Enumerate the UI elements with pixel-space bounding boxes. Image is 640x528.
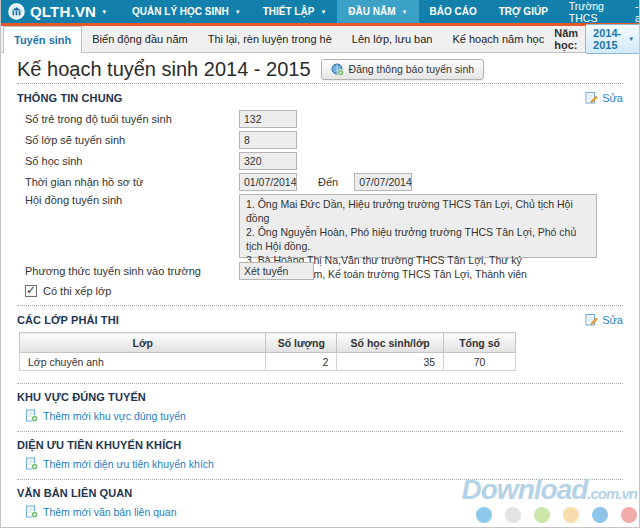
top-navbar: QLTH.VN ▼ QUẢN LÝ HỌC SINH ▼ THIẾT LẬP ▼… — [1, 0, 639, 26]
nav-item-dau-nam[interactable]: ĐẦU NĂM ▼ — [337, 0, 418, 23]
chevron-down-icon: ▼ — [628, 36, 634, 42]
school-name[interactable]: Trường THCS — [559, 0, 626, 24]
nav-item-label: QUẢN LÝ HỌC SINH — [132, 6, 229, 17]
tab-ke-hoach-nam-hoc[interactable]: Kế hoạch năm học — [442, 26, 554, 52]
exam-classes-table: Lớp Số lượng Số học sinh/lớp Tổng số Lớp… — [19, 332, 516, 371]
add-link-label: Thêm mới văn bản liên quan — [43, 506, 177, 518]
table-row: Lớp chuyên anh 2 35 70 — [20, 353, 516, 371]
nav-item-bao-cao[interactable]: BÁO CÁO — [419, 0, 488, 23]
section-title-general-info: THÔNG TIN CHUNG — [17, 92, 122, 104]
column-header-students-per-class: Số học sinh/lớp — [337, 333, 444, 353]
period-label: Thời gian nhận hồ sơ từ — [25, 176, 239, 188]
chevron-down-icon: ▼ — [320, 9, 326, 15]
section-title-documents: VĂN BẢN LIÊN QUAN — [17, 487, 132, 499]
logo-text: QLTH.VN — [30, 3, 96, 20]
placement-exam-checkbox[interactable] — [25, 285, 37, 297]
add-document-link[interactable]: Thêm mới văn bản liên quan — [25, 505, 623, 518]
council-label: Hội đồng tuyển sinh — [25, 194, 239, 206]
edit-exam-classes-link[interactable]: Sửa — [585, 313, 623, 326]
page-title: Kế hoạch tuyển sinh 2014 - 2015 — [17, 57, 311, 81]
method-label: Phương thức tuyển sinh vào trường — [25, 265, 239, 277]
chevron-down-icon: ▼ — [235, 9, 241, 15]
students-count-input[interactable]: 320 — [239, 152, 297, 170]
publish-button-label: Đăng thông báo tuyển sinh — [349, 63, 475, 75]
publish-announcement-button[interactable]: Đăng thông báo tuyển sinh — [321, 59, 485, 80]
column-header-total: Tổng số — [444, 333, 516, 353]
section-title-admission-zone: KHU VỰC ĐÚNG TUYẾN — [17, 391, 146, 403]
school-year-value: 2014-2015 — [593, 27, 621, 51]
classes-count-label: Số lớp sẽ tuyển sinh — [25, 134, 239, 146]
school-year-picker: Năm học: 2014-2015 ▼ — [554, 26, 640, 52]
classes-count-input[interactable]: 8 — [239, 131, 297, 149]
add-document-icon — [25, 505, 38, 518]
app-logo[interactable]: QLTH.VN ▼ — [1, 0, 121, 23]
tab-thi-lai-ren-luyen[interactable]: Thi lại, rèn luyện trong hè — [198, 26, 342, 52]
students-count-label: Số học sinh — [25, 155, 239, 167]
placement-exam-checkbox-row[interactable]: Có thi xếp lớp — [25, 285, 623, 297]
tab-bar: Tuyển sinh Biến động đầu năm Thi lại, rè… — [1, 26, 639, 53]
nav-item-label: TRỢ GIÚP — [499, 6, 548, 17]
cell-class-name: Lớp chuyên anh — [20, 353, 266, 371]
app-window: QLTH.VN ▼ QUẢN LÝ HỌC SINH ▼ THIẾT LẬP ▼… — [0, 0, 640, 528]
divider — [17, 479, 623, 480]
age-label: Số trẻ trong độ tuổi tuyển sinh — [25, 113, 239, 125]
edit-pencil-icon — [585, 313, 598, 326]
logo-caret-icon: ▼ — [101, 9, 107, 15]
cell-total: 70 — [444, 353, 516, 371]
nav-item-label: BÁO CÁO — [430, 6, 477, 17]
divider — [17, 305, 623, 306]
nav-item-quan-ly-hoc-sinh[interactable]: QUẢN LÝ HỌC SINH ▼ — [121, 0, 252, 23]
table-header-row: Lớp Số lượng Số học sinh/lớp Tổng số — [20, 333, 516, 353]
period-from-input[interactable]: 01/07/2014 — [239, 173, 297, 191]
nav-item-label: ĐẦU NĂM — [348, 6, 395, 17]
nav-item-thiet-lap[interactable]: THIẾT LẬP ▼ — [252, 0, 338, 23]
add-document-icon — [25, 457, 38, 470]
divider — [17, 83, 623, 84]
placement-exam-checkbox-label: Có thi xếp lớp — [43, 285, 111, 297]
section-title-exam-classes: CÁC LỚP PHẢI THI — [17, 314, 119, 326]
nav-item-label: THIẾT LẬP — [263, 6, 315, 17]
divider — [17, 383, 623, 384]
qlth-logo-icon — [8, 3, 25, 20]
cell-quantity: 2 — [266, 353, 337, 371]
edit-general-info-link[interactable]: Sửa — [585, 91, 623, 104]
period-to-label: Đến — [318, 176, 338, 188]
chevron-down-icon: ▼ — [402, 9, 408, 15]
cell-students-per-class: 35 — [337, 353, 444, 371]
school-year-dropdown[interactable]: 2014-2015 ▼ — [585, 24, 640, 54]
nav-item-tro-giup[interactable]: TRỢ GIÚP — [488, 0, 559, 23]
council-textarea[interactable]: 1. Ông Mai Đức Dần, Hiệu trưởng trường T… — [239, 194, 597, 258]
column-header-class: Lớp — [20, 333, 266, 353]
method-input[interactable]: Xét tuyển — [239, 262, 314, 280]
add-document-icon — [25, 409, 38, 422]
tab-len-lop-luu-ban[interactable]: Lên lớp, lưu ban — [342, 26, 443, 52]
tab-tuyen-sinh[interactable]: Tuyển sinh — [3, 26, 82, 53]
navbar-right: Trường THCS - admin ▼ — [559, 0, 640, 23]
user-menu[interactable]: - admin ▼ — [626, 0, 640, 24]
edit-link-label: Sửa — [602, 92, 623, 104]
add-priority-link[interactable]: Thêm mới diện ưu tiên khuyến khích — [25, 457, 623, 470]
add-link-label: Thêm mới diện ưu tiên khuyến khích — [43, 458, 214, 470]
globe-publish-icon — [331, 63, 344, 76]
column-header-quantity: Số lượng — [266, 333, 337, 353]
user-name: - admin — [635, 0, 640, 24]
divider — [17, 431, 623, 432]
add-link-label: Thêm mới khu vực đúng tuyến — [43, 410, 186, 422]
tab-bien-dong-dau-nam[interactable]: Biến động đầu năm — [82, 26, 197, 52]
main-content: Kế hoạch tuyển sinh 2014 - 2015 Đăng thô… — [1, 57, 639, 518]
section-title-priority: DIỆN ƯU TIÊN KHUYẾN KHÍCH — [17, 439, 181, 451]
add-admission-zone-link[interactable]: Thêm mới khu vực đúng tuyến — [25, 409, 623, 422]
general-info-form: Số trẻ trong độ tuổi tuyển sinh 132 Số l… — [17, 110, 623, 297]
edit-link-label: Sửa — [602, 314, 623, 326]
school-year-label: Năm học: — [554, 27, 578, 51]
edit-pencil-icon — [585, 91, 598, 104]
period-to-input[interactable]: 07/07/2014 — [354, 173, 412, 191]
age-input[interactable]: 132 — [239, 110, 297, 128]
